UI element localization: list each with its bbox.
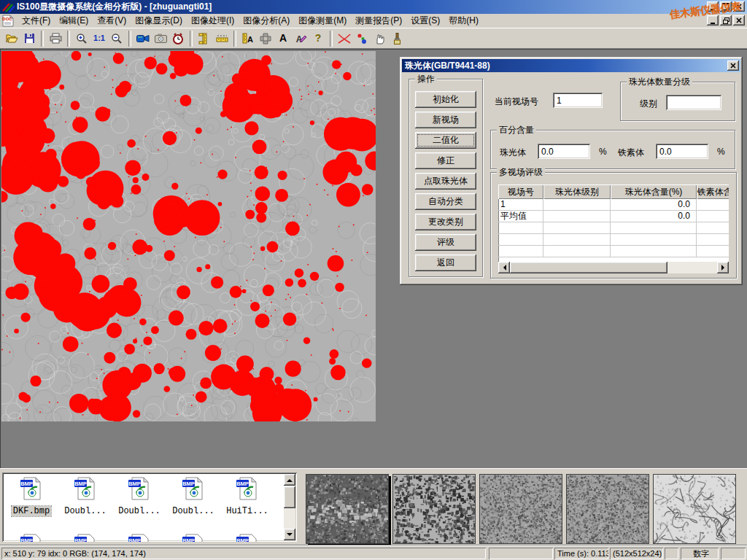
pearlite-percent-input[interactable] <box>538 144 590 159</box>
auto-classify-button[interactable]: 自动分类 <box>415 193 476 210</box>
file-name[interactable]: Doubl... <box>63 506 108 516</box>
svg-text:DOC: DOC <box>2 17 12 21</box>
vscroll-thumb[interactable] <box>284 486 295 508</box>
rate-button[interactable]: 评级 <box>415 234 476 251</box>
help-icon[interactable]: ? <box>309 30 327 47</box>
menu-bar: DOC 文件(F) 编辑(E) 查看(V) 图像显示(D) 图像处理(I) 图像… <box>0 14 747 28</box>
scroll-right-button[interactable] <box>717 262 729 273</box>
file-item[interactable]: BMP <box>59 534 112 542</box>
table-row[interactable]: 1 0.0 <box>498 199 729 211</box>
hscroll-thumb[interactable] <box>510 262 667 273</box>
menu-settings[interactable]: 设置(S) <box>406 13 444 28</box>
video-camera-icon[interactable] <box>134 30 152 47</box>
file-item[interactable]: BMP Doubl... <box>59 477 112 516</box>
file-name[interactable]: HuiTi... <box>225 506 270 516</box>
ferrite-percent-input[interactable] <box>656 144 708 159</box>
menu-image-display[interactable]: 图像显示(D) <box>131 13 187 28</box>
measure-text-icon[interactable]: A <box>239 30 257 47</box>
text-tool-icon[interactable]: A <box>274 30 292 47</box>
micrograph-image[interactable] <box>1 51 376 421</box>
hand-tool-icon[interactable] <box>371 30 388 47</box>
pick-pearlite-button[interactable]: 点取珠光体 <box>415 173 476 190</box>
annotate-text-icon[interactable]: A <box>292 30 309 47</box>
dialog-title-bar[interactable]: 珠光体(GB/T9441-88) <box>402 59 740 72</box>
file-list-scrollbar[interactable] <box>284 474 295 540</box>
mdi-close-button[interactable] <box>733 15 745 26</box>
return-button[interactable]: 返回 <box>415 254 476 271</box>
brush-icon[interactable] <box>388 30 406 47</box>
file-name[interactable]: DKF.bmp <box>12 506 51 516</box>
bmp-file-icon: BMP <box>74 534 97 542</box>
file-item[interactable]: BMP Doubl... <box>113 477 166 516</box>
status-panel-empty <box>721 548 746 559</box>
photo-camera-icon[interactable] <box>152 30 169 47</box>
menu-edit[interactable]: 编辑(E) <box>55 13 93 28</box>
scroll-down-button[interactable] <box>284 529 295 540</box>
menu-file[interactable]: 文件(F) <box>18 13 55 28</box>
status-panel-empty <box>489 548 553 559</box>
menu-image-measure[interactable]: 图像测量(M) <box>294 13 351 28</box>
multi-field-group: 多视场评级 视场号 珠光体级别 珠光体含量(%) 铁素体含量(%) 1 0.0 … <box>490 172 737 279</box>
new-field-button[interactable]: 新视场 <box>415 112 476 128</box>
svg-text:BMP: BMP <box>236 481 249 487</box>
ruler-icon[interactable] <box>213 30 231 47</box>
current-field-input[interactable] <box>553 93 603 108</box>
hscroll-track[interactable] <box>667 262 717 273</box>
multi-field-group-label: 多视场评级 <box>497 167 545 177</box>
window-title: IS100显微摄像系统(金相分析版) - [zhuguangti01] <box>17 1 212 13</box>
table-row[interactable] <box>498 234 729 246</box>
table-row[interactable] <box>498 246 729 257</box>
save-icon[interactable] <box>20 30 38 47</box>
menu-view[interactable]: 查看(V) <box>93 13 131 28</box>
mdi-restore-button[interactable] <box>720 15 732 26</box>
grade-level-input[interactable] <box>666 95 721 110</box>
file-name[interactable]: Doubl... <box>117 506 162 516</box>
zoom-in-icon[interactable] <box>73 30 90 47</box>
scroll-left-button[interactable] <box>498 262 510 273</box>
curve-tool-icon[interactable] <box>336 30 353 47</box>
ferrite-label: 铁素体 <box>618 147 644 159</box>
thumbnail-3[interactable] <box>479 474 562 544</box>
menu-image-analysis[interactable]: 图像分析(A) <box>239 13 294 28</box>
file-item[interactable]: BMP <box>5 534 58 542</box>
percent-group: 百分含量 珠光体 % 铁素体 % <box>490 130 735 169</box>
actual-size-icon[interactable]: 1:1 <box>90 30 108 47</box>
correct-button[interactable]: 修正 <box>415 152 476 169</box>
toolbar-separator <box>41 31 44 47</box>
file-list[interactable]: BMP DKF.bmp BMP Doubl... BMP Doubl... BM… <box>2 472 297 542</box>
menu-measure-report[interactable]: 测量报告(P) <box>351 13 406 28</box>
thumbnail-4[interactable] <box>566 474 649 544</box>
grid-tool-icon[interactable] <box>257 30 274 47</box>
table-hscrollbar[interactable] <box>498 262 729 273</box>
table-row[interactable] <box>498 222 729 234</box>
scroll-up-button[interactable] <box>284 474 295 486</box>
file-name[interactable]: Doubl... <box>171 506 216 516</box>
close-icon <box>730 63 736 69</box>
particles-icon[interactable] <box>353 30 371 47</box>
thumbnail-5[interactable] <box>653 474 736 544</box>
table-row[interactable]: 平均值 0.0 <box>498 211 729 222</box>
file-item[interactable]: BMP HuiTi... <box>221 477 274 516</box>
caliper-icon[interactable] <box>196 30 213 47</box>
file-item[interactable]: BMP <box>113 534 166 542</box>
binarize-button[interactable]: 二值化 <box>415 132 476 149</box>
zoom-out-icon[interactable] <box>108 30 125 47</box>
file-item[interactable]: BMP <box>221 534 274 542</box>
bmp-file-icon: BMP <box>236 477 259 500</box>
file-item[interactable]: BMP Doubl... <box>167 477 220 516</box>
menu-image-processing[interactable]: 图像处理(I) <box>187 13 239 28</box>
bmp-file-icon: BMP <box>128 534 151 542</box>
clock-icon[interactable] <box>169 30 187 47</box>
dialog-close-button[interactable] <box>727 61 739 71</box>
bmp-file-icon: BMP <box>236 534 259 542</box>
file-item[interactable]: BMP <box>167 534 220 542</box>
print-icon[interactable] <box>47 30 64 47</box>
rating-table[interactable]: 视场号 珠光体级别 珠光体含量(%) 铁素体含量(%) 1 0.0 平均值 0.… <box>498 184 729 273</box>
file-item[interactable]: BMP DKF.bmp <box>5 477 58 516</box>
thumbnail-2[interactable] <box>392 474 476 544</box>
init-button[interactable]: 初始化 <box>415 91 476 108</box>
change-class-button[interactable]: 更改类别 <box>415 214 476 230</box>
open-icon[interactable] <box>3 30 20 47</box>
thumbnail-1[interactable] <box>306 474 389 544</box>
menu-help[interactable]: 帮助(H) <box>444 13 483 28</box>
